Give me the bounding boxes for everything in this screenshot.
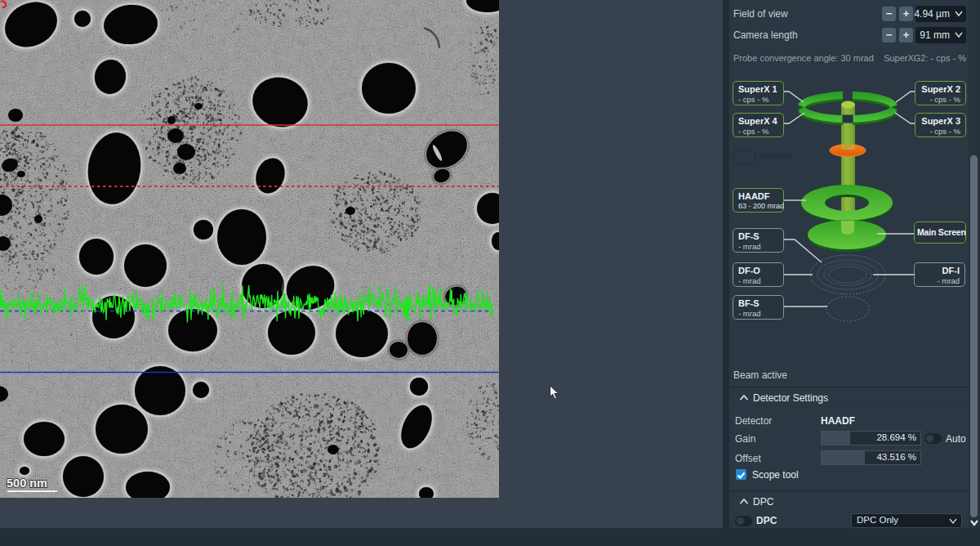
svg-text:500 nm: 500 nm bbox=[7, 477, 47, 490]
